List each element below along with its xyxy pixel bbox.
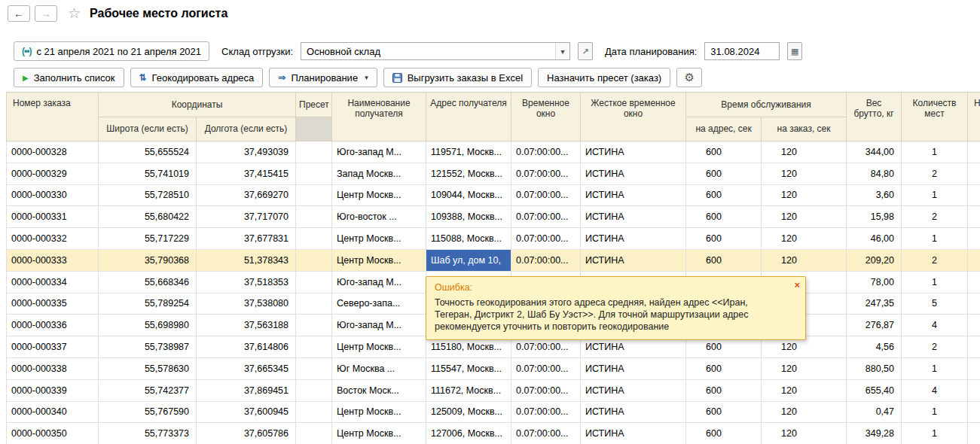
cell-lat[interactable]: 55,789254 [99, 293, 197, 315]
cell-next[interactable] [968, 249, 980, 271]
cell-t1[interactable]: 600 [686, 141, 762, 163]
cell-name[interactable]: Центр Москв... [332, 249, 426, 271]
cell-order[interactable]: 0000-000335 [7, 293, 99, 315]
cell-order[interactable]: 0000-000329 [7, 163, 99, 184]
cell-win[interactable]: 0.07:00:00... [511, 141, 581, 163]
col-header-order-number[interactable]: Номер заказа [7, 93, 99, 141]
cell-hard[interactable]: ИСТИНА [581, 184, 686, 206]
cell-preset[interactable] [296, 336, 332, 358]
cell-lon[interactable]: 51,378343 [197, 249, 296, 271]
cell-win[interactable]: 0.07:00:00... [511, 357, 581, 379]
cell-lat[interactable]: 55,741019 [99, 163, 197, 184]
cell-t1[interactable]: 600 [686, 357, 762, 379]
cell-hard[interactable]: ИСТИНА [581, 141, 686, 163]
cell-name[interactable]: Северо-запа... [332, 293, 426, 315]
cell-win[interactable]: 0.07:00:00... [511, 423, 581, 444]
cell-win[interactable]: 0.07:00:00... [511, 249, 581, 271]
warehouse-dropdown-icon[interactable]: ▾ [555, 43, 569, 59]
cell-places[interactable]: 4 [902, 315, 968, 336]
col-header-coordinates[interactable]: Координаты [99, 93, 296, 117]
cell-next[interactable] [968, 401, 980, 423]
cell-order[interactable]: 0000-000336 [7, 315, 99, 336]
cell-hard[interactable]: ИСТИНА [581, 379, 686, 401]
cell-t1[interactable]: 600 [686, 206, 762, 228]
cell-preset[interactable] [296, 206, 332, 228]
back-button[interactable]: ← [8, 5, 30, 22]
cell-preset[interactable] [296, 423, 332, 444]
cell-hard[interactable]: ИСТИНА [581, 249, 686, 271]
cell-t1[interactable]: 600 [686, 423, 762, 444]
cell-lon[interactable]: 37,717070 [197, 206, 296, 228]
cell-name[interactable]: Юго-восток ... [332, 206, 426, 228]
favorite-star-icon[interactable]: ☆ [68, 5, 81, 22]
cell-name[interactable]: Юго-запад М... [332, 141, 426, 163]
col-header-time-window[interactable]: Временное окно [511, 93, 581, 141]
cell-preset[interactable] [296, 163, 332, 184]
cell-next[interactable] [968, 271, 980, 293]
table-row[interactable]: 0000-00033855,57863037,665345Юг Москва .… [7, 357, 980, 379]
cell-order[interactable]: 0000-000340 [7, 401, 99, 423]
cell-weight[interactable]: 84,80 [847, 163, 902, 184]
cell-places[interactable]: 5 [902, 293, 968, 315]
cell-weight[interactable]: 349,28 [847, 423, 902, 444]
cell-t1[interactable]: 600 [686, 401, 762, 423]
close-icon[interactable]: × [794, 280, 800, 290]
cell-addr[interactable]: 115547, Москв... [426, 357, 511, 379]
cell-t2[interactable]: 120 [762, 249, 847, 271]
cell-order[interactable]: 0000-000330 [7, 184, 99, 206]
cell-lon[interactable]: 37,669270 [197, 184, 296, 206]
cell-places[interactable]: 1 [902, 357, 968, 379]
cell-preset[interactable] [296, 315, 332, 336]
cell-next[interactable] [968, 423, 980, 444]
cell-lat[interactable]: 55,738987 [99, 336, 197, 358]
cell-preset[interactable] [296, 357, 332, 379]
cell-t1[interactable]: 600 [686, 379, 762, 401]
cell-order[interactable]: 0000-000332 [7, 228, 99, 250]
cell-t2[interactable]: 120 [762, 357, 847, 379]
table-row[interactable]: 0000-00033955,74237737,869451Восток Моск… [7, 379, 980, 401]
cell-lon[interactable]: 37,563188 [197, 315, 296, 336]
table-row-selected[interactable]: 0000-00033335,79036851,378343Центр Москв… [7, 249, 980, 271]
cell-weight[interactable]: 344,00 [847, 141, 902, 163]
cell-t2[interactable]: 120 [762, 184, 847, 206]
cell-t2[interactable]: 120 [762, 228, 847, 250]
cell-addr[interactable]: 115088, Москв... [426, 228, 511, 250]
cell-weight[interactable]: 46,00 [847, 228, 902, 250]
cell-t2[interactable]: 120 [762, 401, 847, 423]
cell-places[interactable]: 1 [902, 184, 968, 206]
cell-t2[interactable]: 120 [762, 141, 847, 163]
cell-lat[interactable]: 55,655524 [99, 141, 197, 163]
warehouse-open-button[interactable]: ↗ [578, 42, 593, 60]
cell-lat[interactable]: 55,680422 [99, 206, 197, 228]
cell-next[interactable] [968, 336, 980, 358]
cell-name[interactable]: Центр Москв... [332, 336, 426, 358]
cell-preset[interactable] [296, 293, 332, 315]
cell-name[interactable]: Юг Москва ... [332, 357, 426, 379]
cell-lat[interactable]: 55,767590 [99, 401, 197, 423]
cell-preset[interactable] [296, 401, 332, 423]
cell-lat[interactable]: 55,668346 [99, 271, 197, 293]
table-row[interactable]: 0000-00032955,74101937,415415Запад Москв… [7, 163, 980, 184]
cell-places[interactable]: 1 [902, 423, 968, 444]
cell-t2[interactable]: 120 [762, 423, 847, 444]
cell-hard[interactable]: ИСТИНА [581, 163, 686, 184]
cell-win[interactable]: 0.07:00:00... [511, 401, 581, 423]
cell-win[interactable]: 0.07:00:00... [511, 163, 581, 184]
cell-lat[interactable]: 55,742377 [99, 379, 197, 401]
cell-places[interactable]: 2 [902, 336, 968, 358]
col-header-hard-time-window[interactable]: Жесткое временное окно [581, 93, 686, 141]
calendar-button[interactable]: ▦ [787, 42, 802, 60]
cell-lon[interactable]: 37,614806 [197, 336, 296, 358]
table-row[interactable]: 0000-00034055,76759037,600945Центр Москв… [7, 401, 980, 423]
cell-name[interactable]: Юго-запад М... [332, 271, 426, 293]
warehouse-combobox[interactable]: Основной склад ▾ [301, 42, 570, 60]
cell-lon[interactable]: 37,677831 [197, 228, 296, 250]
cell-hard[interactable]: ИСТИНА [581, 228, 686, 250]
cell-next[interactable] [968, 141, 980, 163]
cell-t1[interactable]: 600 [686, 184, 762, 206]
col-header-per-order-sec[interactable]: на заказ, сек [762, 117, 847, 141]
cell-preset[interactable] [296, 141, 332, 163]
col-header-preset[interactable]: Пресет [296, 93, 332, 117]
cell-places[interactable]: 2 [902, 163, 968, 184]
cell-order[interactable]: 0000-000338 [7, 357, 99, 379]
